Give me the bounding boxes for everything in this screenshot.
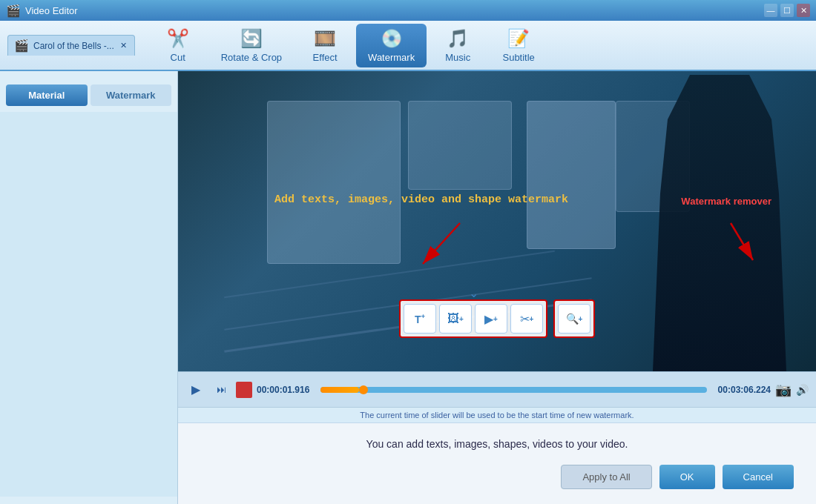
progress-thumb[interactable] bbox=[359, 385, 368, 394]
video-watermark-icon: ▶ bbox=[484, 312, 493, 326]
bottom-info-text: You can add texts, images, shapes, video… bbox=[366, 438, 628, 450]
file-tab-label: Carol of the Bells -... bbox=[33, 41, 114, 51]
svg-line-3 bbox=[731, 223, 753, 260]
ok-button[interactable]: OK bbox=[659, 465, 715, 489]
progress-fill bbox=[320, 387, 359, 393]
sidebar-content bbox=[0, 112, 177, 497]
apply-to-all-button[interactable]: Apply to All bbox=[561, 465, 651, 489]
music-label: Music bbox=[445, 52, 470, 63]
cut-icon: ✂️ bbox=[167, 28, 189, 49]
app-title: Video Editor bbox=[25, 5, 78, 16]
time-current: 00:00:01.916 bbox=[257, 385, 316, 395]
watermark-icon: 💿 bbox=[381, 28, 403, 49]
rotate-icon: 🔄 bbox=[240, 28, 263, 49]
wm-group-main: ⌄ T+ 🖼 + ▶ bbox=[399, 299, 547, 338]
info-bar: The current time of slider will be used … bbox=[178, 407, 816, 422]
text-watermark-icon: T+ bbox=[415, 313, 425, 325]
tab-cut[interactable]: ✂️ Cut bbox=[148, 24, 208, 67]
video-background: Add texts, images, video and shape water… bbox=[178, 71, 816, 371]
window-light-3 bbox=[527, 101, 616, 249]
stop-button[interactable] bbox=[236, 382, 252, 398]
file-tab-icon: 🎬 bbox=[14, 39, 29, 53]
material-button[interactable]: Material bbox=[6, 84, 88, 106]
rotate-label: Rotate & Crop bbox=[221, 52, 282, 63]
subtitle-icon: 📝 bbox=[507, 28, 530, 49]
video-watermark-plus: + bbox=[493, 315, 498, 323]
close-button[interactable]: ✕ bbox=[797, 4, 810, 17]
watermark-sidebar-button[interactable]: Watermark bbox=[91, 84, 172, 106]
right-panel: Add texts, images, video and shape water… bbox=[178, 71, 816, 504]
play-button[interactable]: ▶ bbox=[185, 379, 206, 400]
sidebar: Material Watermark bbox=[0, 71, 178, 504]
watermark-remover-label: Watermark remover bbox=[681, 196, 771, 207]
remover-plus: + bbox=[579, 315, 583, 323]
time-total: 00:03:06.224 bbox=[711, 385, 771, 395]
add-image-watermark-button[interactable]: 🖼 + bbox=[439, 304, 472, 334]
window-light-1 bbox=[267, 101, 401, 264]
progress-bar[interactable] bbox=[320, 387, 707, 393]
tab-effect[interactable]: 🎞️ Effect bbox=[295, 24, 355, 67]
cut-label: Cut bbox=[171, 52, 185, 63]
effect-label: Effect bbox=[313, 52, 338, 63]
bottom-section: You can add texts, images, shapes, video… bbox=[178, 422, 816, 504]
transport-bar: ▶ ⏭ 00:00:01.916 00:03:06.224 📷 🔊 bbox=[178, 371, 816, 407]
tab-bar: 🎬 Carol of the Bells -... ✕ ✂️ Cut 🔄 Rot… bbox=[0, 21, 816, 71]
screenshot-button[interactable]: 📷 bbox=[775, 382, 792, 398]
add-video-watermark-button[interactable]: ▶ + bbox=[475, 304, 507, 334]
watermark-label: Watermark bbox=[368, 52, 415, 63]
app-icon: 🎬 bbox=[6, 4, 21, 18]
title-bar-left: 🎬 Video Editor bbox=[6, 4, 78, 18]
watermark-remover-group: 🔍 + bbox=[553, 299, 595, 338]
maximize-button[interactable]: ☐ bbox=[780, 4, 794, 17]
dropdown-arrow-icon: ⌄ bbox=[469, 286, 478, 300]
watermark-add-group: T+ 🖼 + ▶ + bbox=[399, 299, 547, 338]
shape-watermark-icon: ✂ bbox=[520, 312, 530, 326]
annotation-text: Add texts, images, video and shape water… bbox=[274, 193, 568, 206]
annotation-arrow bbox=[401, 216, 490, 275]
remover-arrow bbox=[716, 216, 775, 268]
video-preview: Add texts, images, video and shape water… bbox=[178, 71, 816, 371]
add-shape-watermark-button[interactable]: ✂ + bbox=[510, 304, 543, 334]
file-tab-close[interactable]: ✕ bbox=[119, 41, 128, 50]
shape-watermark-plus: + bbox=[530, 315, 534, 323]
bottom-buttons: Apply to All OK Cancel bbox=[561, 465, 801, 489]
main-area: Material Watermark bbox=[0, 71, 816, 504]
subtitle-label: Subtitle bbox=[502, 52, 534, 63]
window-light-2 bbox=[408, 101, 512, 190]
video-area: Add texts, images, video and shape water… bbox=[178, 71, 816, 422]
image-watermark-plus: + bbox=[459, 315, 464, 323]
minimize-button[interactable]: — bbox=[764, 4, 777, 17]
title-bar-controls: — ☐ ✕ bbox=[764, 4, 810, 17]
tab-subtitle[interactable]: 📝 Subtitle bbox=[489, 24, 548, 67]
info-text: The current time of slider will be used … bbox=[360, 411, 634, 420]
volume-button[interactable]: 🔊 bbox=[796, 384, 809, 396]
file-tab[interactable]: 🎬 Carol of the Bells -... ✕ bbox=[7, 35, 135, 56]
effect-icon: 🎞️ bbox=[314, 28, 336, 49]
tab-music[interactable]: 🎵 Music bbox=[428, 24, 487, 67]
title-bar: 🎬 Video Editor — ☐ ✕ bbox=[0, 0, 816, 21]
music-icon: 🎵 bbox=[447, 28, 469, 49]
sidebar-buttons: Material Watermark bbox=[0, 79, 177, 112]
step-forward-button[interactable]: ⏭ bbox=[211, 379, 231, 400]
image-watermark-icon: 🖼 bbox=[447, 312, 459, 325]
cancel-button[interactable]: Cancel bbox=[723, 465, 794, 489]
tab-rotate[interactable]: 🔄 Rotate & Crop bbox=[209, 24, 294, 67]
svg-line-1 bbox=[423, 223, 460, 264]
add-text-watermark-button[interactable]: T+ bbox=[404, 304, 436, 334]
watermark-toolbar: ⌄ T+ 🖼 + ▶ bbox=[399, 299, 595, 338]
watermark-remover-button[interactable]: 🔍 + bbox=[558, 304, 590, 334]
remover-icon: 🔍 bbox=[566, 313, 579, 325]
tab-watermark[interactable]: 💿 Watermark bbox=[356, 24, 427, 67]
